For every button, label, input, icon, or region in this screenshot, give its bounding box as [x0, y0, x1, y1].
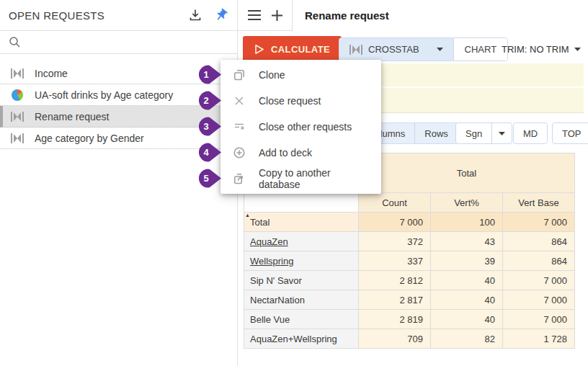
- table-row: AquaZen37243864: [244, 232, 575, 251]
- row-label[interactable]: Wellspring: [244, 251, 359, 271]
- value-cell: 7 000: [503, 271, 575, 290]
- row-label[interactable]: Belle Vue: [244, 310, 359, 329]
- sgn-dropdown-arrow[interactable]: [491, 123, 512, 143]
- chart-view-button[interactable]: CHART: [454, 38, 508, 61]
- value-cell: 2 812: [359, 271, 431, 290]
- panel-title: OPEN REQUESTS: [9, 9, 177, 22]
- table-row: Wellspring33739864: [244, 251, 575, 271]
- download-icon[interactable]: [188, 8, 202, 22]
- row-label[interactable]: NectarNation: [244, 290, 359, 310]
- value-cell: 372: [359, 232, 431, 251]
- row-label[interactable]: ▲Total: [244, 213, 359, 232]
- menu-item-label: Copy to another database: [259, 167, 370, 190]
- search-icon: [9, 36, 21, 48]
- value-cell: 39: [431, 251, 503, 271]
- app-window: OPEN REQUESTS Income UA-soft d: [0, 0, 588, 366]
- value-cell: 7 000: [503, 213, 575, 232]
- copy-to-database-icon: [232, 171, 246, 186]
- value-cell: 7 000: [503, 310, 575, 329]
- md-label: MD: [523, 128, 538, 139]
- chevron-down-icon[interactable]: [437, 48, 443, 51]
- menu-item-label: Close request: [259, 95, 321, 107]
- request-item-label: UA-soft drinks by Age category: [35, 89, 173, 101]
- trim-label: TRIM: NO TRIM: [502, 44, 569, 55]
- new-request-icon[interactable]: [272, 10, 282, 21]
- row-label[interactable]: Sip N' Savor: [244, 271, 359, 290]
- menu-item-label: Clone: [259, 69, 285, 81]
- step-badge-3: 3: [199, 117, 221, 136]
- value-cell: 40: [431, 290, 503, 310]
- request-item-label: Rename request: [35, 111, 110, 122]
- crosstab-view-button[interactable]: CROSSTAB: [339, 38, 454, 61]
- value-cell: 7 000: [503, 290, 575, 310]
- table-row: Sip N' Savor2 812407 000: [244, 271, 575, 290]
- table-row: AquaZen+Wellspring709821 728: [244, 329, 575, 349]
- menu-item[interactable]: Close other requests: [220, 114, 381, 140]
- view-toggle: CROSSTAB CHART: [339, 37, 508, 61]
- close-icon: [232, 94, 246, 108]
- crosstab-label: CROSSTAB: [368, 44, 419, 55]
- top-button[interactable]: TOP: [552, 122, 588, 144]
- sort-indicator-icon: ▲: [245, 213, 250, 218]
- value-cell: 40: [431, 271, 503, 290]
- page-title: Rename request: [305, 9, 389, 22]
- menu-hamburger-icon[interactable]: [248, 10, 261, 20]
- value-cell: 100: [431, 213, 503, 232]
- table-row: ▲Total7 0001007 000: [244, 213, 575, 232]
- column-group-header[interactable]: Total: [359, 153, 575, 193]
- sgn-button[interactable]: Sgn: [456, 128, 491, 139]
- request-context-menu: Clone Close request Close other requests…: [220, 60, 381, 194]
- menu-item-label: Add to deck: [259, 147, 312, 159]
- crosstab-icon: [10, 67, 24, 80]
- pie-chart-icon: [10, 89, 24, 102]
- chart-label: CHART: [465, 44, 497, 55]
- value-cell: 1 728: [503, 329, 575, 349]
- play-icon: [254, 44, 264, 55]
- value-cell: 864: [503, 232, 575, 251]
- value-cell: 7 000: [359, 213, 431, 232]
- column-header-vert-base[interactable]: Vert Base: [503, 193, 575, 213]
- md-button[interactable]: MD: [513, 122, 548, 144]
- value-cell: 2 817: [359, 290, 431, 310]
- menu-item[interactable]: Close request: [220, 88, 381, 114]
- column-header-count[interactable]: Count: [359, 193, 431, 213]
- menu-item-label: Close other requests: [259, 121, 352, 133]
- trim-dropdown[interactable]: TRIM: NO TRIM: [502, 37, 581, 61]
- step-badge-5: 5: [199, 169, 221, 188]
- calculate-button[interactable]: CALCULATE: [243, 36, 342, 62]
- crosstab-icon: [10, 110, 24, 123]
- add-circle-icon: [232, 146, 246, 160]
- request-item-label: Age category by Gender: [35, 133, 144, 144]
- step-badge-2: 2: [199, 91, 221, 110]
- calculate-label: CALCULATE: [271, 44, 330, 55]
- sgn-split-button: Sgn: [455, 122, 512, 144]
- value-cell: 337: [359, 251, 431, 271]
- value-cell: 864: [503, 251, 575, 271]
- value-cell: 2 819: [359, 310, 431, 329]
- column-header-vert-pct[interactable]: Vert%: [431, 193, 503, 213]
- value-cell: 82: [431, 329, 503, 349]
- close-others-icon: [232, 120, 246, 134]
- rows-label: Rows: [424, 128, 448, 139]
- row-label[interactable]: AquaZen: [244, 232, 359, 251]
- chevron-down-icon: [574, 48, 581, 51]
- menu-item[interactable]: Add to deck: [220, 140, 381, 166]
- row-label[interactable]: AquaZen+Wellspring: [244, 329, 359, 349]
- menu-item[interactable]: Clone: [220, 62, 381, 88]
- top-label: TOP: [562, 128, 582, 139]
- crosstab-icon: [349, 45, 362, 55]
- crosstab-icon: [10, 132, 24, 145]
- clone-icon: [232, 68, 246, 82]
- value-cell: 40: [431, 310, 503, 329]
- open-requests-header: OPEN REQUESTS: [0, 0, 237, 31]
- request-tabs-box: [238, 0, 293, 31]
- pin-icon[interactable]: [214, 8, 228, 22]
- step-badge-4: 4: [199, 143, 221, 162]
- request-item-label: Income: [35, 68, 68, 79]
- rows-button[interactable]: Rows: [415, 123, 458, 143]
- value-cell: 709: [359, 329, 431, 349]
- value-cell: 43: [431, 232, 503, 251]
- menu-item[interactable]: Copy to another database: [220, 166, 381, 192]
- search-input[interactable]: [0, 31, 237, 54]
- step-badge-1: 1: [199, 65, 221, 84]
